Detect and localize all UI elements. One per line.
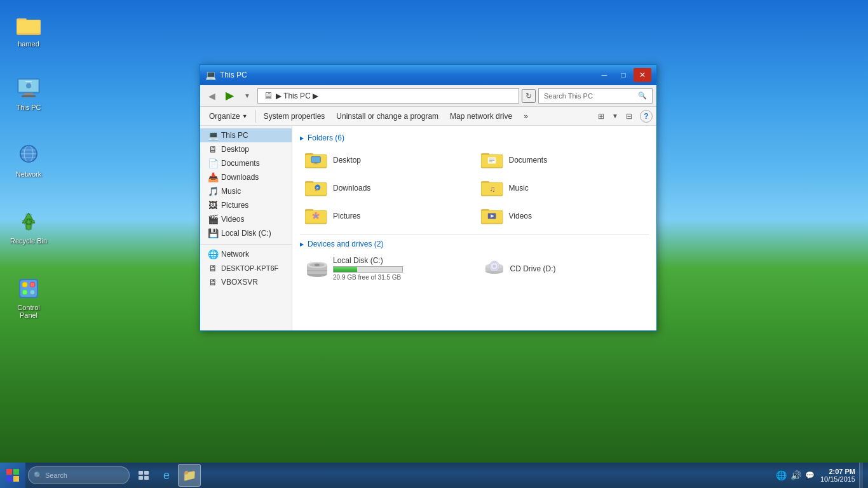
view-details-button[interactable]: ⊞: [593, 109, 609, 124]
address-box[interactable]: 🖥 ▶ This PC ▶: [257, 88, 519, 104]
organize-button[interactable]: Organize ▼: [204, 109, 253, 124]
taskbar-search[interactable]: 🔍 Search: [28, 466, 130, 484]
recycle-icon: ♻: [16, 209, 41, 234]
minimize-button[interactable]: ─: [595, 68, 613, 82]
sidebar-label: Desktop: [221, 145, 249, 154]
sidebar-label: Videos: [221, 215, 244, 224]
sidebar-item-desktop[interactable]: 🖥 Desktop: [200, 142, 292, 156]
speaker-tray-icon[interactable]: 🔊: [789, 470, 803, 480]
sidebar-item-downloads[interactable]: 📥 Downloads: [200, 170, 292, 184]
svg-point-22: [22, 290, 27, 295]
desktop-sidebar-icon: 🖥: [208, 144, 218, 154]
folder-grid: Desktop: [300, 147, 649, 229]
videos-folder-icon: [481, 206, 504, 226]
svg-rect-83: [6, 476, 12, 482]
sidebar-item-network[interactable]: 🌐 Network: [200, 247, 292, 261]
edge-button[interactable]: e: [155, 464, 178, 487]
documents-folder-icon: [481, 150, 504, 170]
sidebar: 💻 This PC 🖥 Desktop 📄 Documents 📥 Downlo…: [200, 126, 292, 330]
sidebar-item-pictures[interactable]: 🖼 Pictures: [200, 198, 292, 212]
svg-rect-9: [25, 81, 32, 82]
sidebar-item-thispc[interactable]: 💻 This PC: [200, 128, 292, 142]
sidebar-item-videos[interactable]: 🎬 Videos: [200, 212, 292, 226]
system-properties-button[interactable]: System properties: [259, 109, 330, 124]
refresh-button[interactable]: ↻: [522, 89, 536, 103]
network-tray-icon[interactable]: 🌐: [774, 470, 789, 480]
taskbar-search-text: Search: [45, 471, 67, 479]
svg-point-61: [313, 214, 315, 216]
back-button[interactable]: ◀: [204, 88, 219, 104]
sidebar-item-music[interactable]: 🎵 Music: [200, 184, 292, 198]
explorer-taskbar-button[interactable]: 📁: [178, 464, 201, 487]
svg-rect-3: [17, 20, 40, 33]
server-sidebar-icon: 🖥: [208, 277, 218, 287]
svg-rect-31: [313, 163, 319, 164]
drive-c-fill: [334, 267, 357, 272]
drive-c-info: Local Disk (C:) 20.9 GB free of 31.5 GB: [333, 256, 467, 281]
svg-rect-84: [13, 476, 19, 482]
address-bar: ◀ ▶ ▼ 🖥 ▶ This PC ▶ ↻ Search This PC 🔍: [200, 85, 656, 107]
drive-item-d[interactable]: CD Drive (D:): [477, 254, 649, 283]
svg-text:♫: ♫: [489, 185, 495, 194]
folder-label-documents: Documents: [509, 156, 548, 165]
desktop-icon-thispc[interactable]: This PC: [6, 73, 51, 114]
sidebar-item-desktop-kpt6f[interactable]: 🖥 DESKTOP-KPT6F: [200, 261, 292, 275]
folder-item-videos[interactable]: Videos: [476, 203, 649, 229]
desktop-icon-label: Recycle Bin: [9, 237, 48, 245]
uninstall-button[interactable]: Uninstall or change a program: [331, 109, 444, 124]
folder-item-downloads[interactable]: e Downloads: [300, 175, 473, 201]
music-folder-icon: ♫: [481, 178, 504, 198]
map-network-button[interactable]: Map network drive: [445, 109, 517, 124]
folders-title: Folders (6): [308, 133, 344, 142]
search-placeholder: Search This PC: [544, 92, 638, 100]
desktop-icon-hamed[interactable]: hamed: [6, 10, 51, 50]
close-button[interactable]: ✕: [634, 68, 651, 82]
view-pane-button[interactable]: ⊟: [621, 109, 637, 124]
sidebar-label: Documents: [221, 159, 260, 168]
folder-item-documents[interactable]: Documents: [476, 147, 649, 173]
task-view-button[interactable]: [132, 464, 155, 487]
window-controls: ─ □ ✕: [595, 68, 651, 82]
desktop-icon-network[interactable]: Network: [6, 140, 51, 180]
drive-item-c[interactable]: Local Disk (C:) 20.9 GB free of 31.5 GB: [300, 254, 472, 283]
folder-item-music[interactable]: ♫ Music: [476, 175, 649, 201]
sidebar-label: This PC: [221, 131, 248, 140]
show-desktop-button[interactable]: [859, 463, 863, 488]
drive-grid: Local Disk (C:) 20.9 GB free of 31.5 GB: [300, 254, 649, 283]
drives-title: Devices and drives (2): [308, 240, 383, 248]
desktop-icon-controlpanel[interactable]: Control Panel: [6, 273, 51, 322]
more-button[interactable]: »: [519, 109, 533, 124]
network-icon: [16, 142, 41, 168]
thispc-sidebar-icon: 💻: [208, 130, 218, 140]
sidebar-label: Network: [221, 250, 249, 259]
start-button[interactable]: [0, 463, 25, 488]
computer-sidebar-icon: 🖥: [208, 263, 218, 273]
svg-rect-8: [22, 95, 36, 97]
help-button[interactable]: ?: [640, 110, 653, 123]
pictures-sidebar-icon: 🖼: [208, 200, 218, 210]
forward-button[interactable]: ▶: [222, 88, 237, 104]
notification-tray-icon[interactable]: 💬: [803, 471, 817, 480]
folder-item-pictures[interactable]: Pictures: [300, 203, 473, 229]
svg-rect-86: [144, 471, 149, 475]
svg-point-59: [316, 217, 319, 219]
file-explorer-window: 💻 This PC ─ □ ✕ ◀ ▶ ▼ 🖥 ▶ This PC ▶ ↻ Se…: [200, 64, 657, 331]
pictures-folder-icon: [305, 206, 328, 226]
sidebar-item-documents[interactable]: 📄 Documents: [200, 156, 292, 170]
folder-label-music: Music: [509, 184, 529, 193]
sidebar-item-vboxsvr[interactable]: 🖥 VBOXSVR: [200, 275, 292, 289]
svg-rect-88: [144, 476, 149, 480]
dropdown-button[interactable]: ▼: [240, 88, 255, 104]
folder-item-desktop[interactable]: Desktop: [300, 147, 473, 173]
maximize-button[interactable]: □: [614, 68, 632, 82]
drive-c-name: Local Disk (C:): [333, 256, 467, 265]
search-box[interactable]: Search This PC 🔍: [538, 88, 653, 104]
documents-sidebar-icon: 📄: [208, 158, 218, 168]
sidebar-item-localdisk[interactable]: 💾 Local Disk (C:): [200, 226, 292, 240]
organize-dropdown-icon: ▼: [242, 113, 248, 119]
desktop-icon-recycle[interactable]: ♻ Recycle Bin: [6, 207, 51, 247]
taskbar-clock[interactable]: 2:07 PM 10/15/2015: [817, 468, 859, 483]
folders-section-header: Folders (6): [300, 133, 649, 142]
svg-rect-7: [24, 93, 33, 95]
svg-rect-85: [139, 471, 143, 475]
